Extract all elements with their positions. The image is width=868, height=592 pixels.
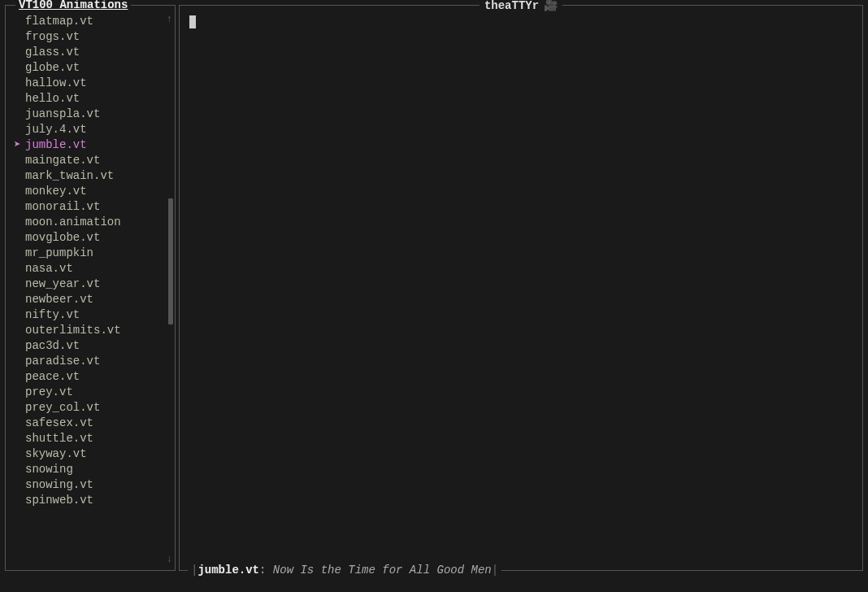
file-name-label: outerlimits.vt xyxy=(25,324,121,337)
list-item[interactable]: movglobe.vt xyxy=(25,230,175,246)
list-item[interactable]: prey_col.vt xyxy=(25,400,175,416)
file-name-label: snowing.vt xyxy=(25,478,93,491)
list-item[interactable]: outerlimits.vt xyxy=(25,323,175,338)
file-name-label: jumble.vt xyxy=(25,138,87,151)
status-bar: |jumble.vt: Now Is the Time for All Good… xyxy=(188,564,501,577)
file-name-label: maingate.vt xyxy=(25,154,100,167)
list-item[interactable]: glass.vt xyxy=(25,45,175,60)
list-item[interactable]: flatmap.vt xyxy=(25,14,175,29)
file-name-label: mark_twain.vt xyxy=(25,169,114,182)
file-name-label: glass.vt xyxy=(25,46,80,59)
list-item[interactable]: maingate.vt xyxy=(25,153,175,168)
file-name-label: monorail.vt xyxy=(25,200,100,213)
file-name-label: new_year.vt xyxy=(25,277,100,290)
file-name-label: skyway.vt xyxy=(25,447,87,460)
file-name-label: mr_pumpkin xyxy=(25,246,93,259)
list-item[interactable]: new_year.vt xyxy=(25,276,175,292)
file-name-label: spinweb.vt xyxy=(25,494,93,507)
list-item[interactable]: moon.animation xyxy=(25,215,175,230)
file-name-label: shuttle.vt xyxy=(25,432,93,445)
list-item[interactable]: snowing xyxy=(25,462,175,477)
scroll-down-icon[interactable]: ↓ xyxy=(167,554,172,565)
selector-marker-icon: ➤ xyxy=(14,137,20,153)
status-separator: : xyxy=(259,564,266,577)
file-name-label: paradise.vt xyxy=(25,355,100,368)
app-container: VT100 Animations ↑ flatmap.vtfrogs.vtgla… xyxy=(0,0,868,592)
list-item[interactable]: spinweb.vt xyxy=(25,493,175,508)
list-item[interactable]: nasa.vt xyxy=(25,261,175,276)
main-panel: theaTTYr 🎥 |jumble.vt: Now Is the Time f… xyxy=(179,5,863,571)
list-item[interactable]: monkey.vt xyxy=(25,184,175,199)
file-name-label: peace.vt xyxy=(25,370,80,383)
file-name-label: snowing xyxy=(25,463,73,476)
list-item[interactable]: snowing.vt xyxy=(25,477,175,493)
file-name-label: hello.vt xyxy=(25,92,80,105)
file-name-label: pac3d.vt xyxy=(25,339,80,352)
sidebar-content: ↑ flatmap.vtfrogs.vtglass.vtglobe.vthall… xyxy=(6,6,175,570)
file-name-label: flatmap.vt xyxy=(25,15,93,28)
file-name-label: nasa.vt xyxy=(25,262,73,275)
file-list: flatmap.vtfrogs.vtglass.vtglobe.vthallow… xyxy=(6,14,175,508)
scrollbar-track[interactable] xyxy=(168,25,173,551)
list-item[interactable]: skyway.vt xyxy=(25,446,175,462)
list-item[interactable]: frogs.vt xyxy=(25,29,175,45)
list-item[interactable]: peace.vt xyxy=(25,369,175,385)
sidebar-panel: VT100 Animations ↑ flatmap.vtfrogs.vtgla… xyxy=(5,5,176,571)
list-item[interactable]: safesex.vt xyxy=(25,416,175,431)
file-name-label: nifty.vt xyxy=(25,308,80,321)
file-name-label: safesex.vt xyxy=(25,416,93,429)
list-item[interactable]: july.4.vt xyxy=(25,122,175,137)
list-item[interactable]: mark_twain.vt xyxy=(25,168,175,184)
file-name-label: prey_col.vt xyxy=(25,401,100,414)
status-filename: jumble.vt xyxy=(197,564,259,577)
list-item[interactable]: prey.vt xyxy=(25,385,175,400)
list-item[interactable]: mr_pumpkin xyxy=(25,246,175,261)
file-name-label: prey.vt xyxy=(25,385,73,398)
scrollbar-thumb[interactable] xyxy=(168,198,173,324)
list-item[interactable]: monorail.vt xyxy=(25,199,175,215)
list-item[interactable]: pac3d.vt xyxy=(25,338,175,354)
main-content xyxy=(180,6,862,568)
list-item[interactable]: shuttle.vt xyxy=(25,431,175,446)
list-item[interactable]: nifty.vt xyxy=(25,307,175,323)
file-name-label: moon.animation xyxy=(25,215,121,229)
list-item[interactable]: ➤jumble.vt xyxy=(25,137,175,153)
file-name-label: hallow.vt xyxy=(25,76,87,89)
list-item[interactable]: juanspla.vt xyxy=(25,107,175,122)
list-item[interactable]: hallow.vt xyxy=(25,76,175,91)
list-item[interactable]: newbeer.vt xyxy=(25,292,175,307)
file-name-label: frogs.vt xyxy=(25,30,80,43)
file-name-label: movglobe.vt xyxy=(25,231,100,244)
status-pipe-right: | xyxy=(492,564,498,577)
status-description: Now Is the Time for All Good Men xyxy=(273,564,492,577)
file-name-label: globe.vt xyxy=(25,61,80,74)
file-name-label: monkey.vt xyxy=(25,185,87,198)
file-name-label: july.4.vt xyxy=(25,123,87,136)
terminal-cursor xyxy=(189,15,196,28)
file-name-label: juanspla.vt xyxy=(25,107,100,120)
list-item[interactable]: hello.vt xyxy=(25,91,175,107)
list-item[interactable]: paradise.vt xyxy=(25,354,175,369)
file-name-label: newbeer.vt xyxy=(25,293,93,306)
list-item[interactable]: globe.vt xyxy=(25,60,175,76)
